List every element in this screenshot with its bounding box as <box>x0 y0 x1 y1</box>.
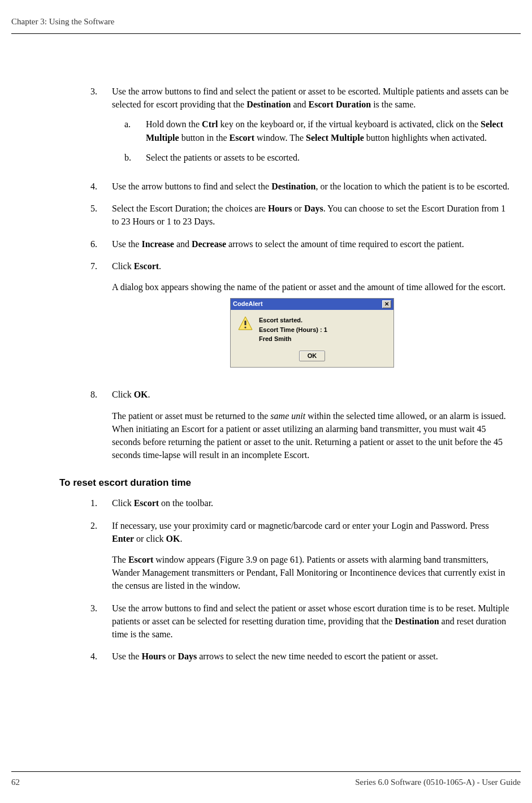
step-number: 8. <box>90 388 112 461</box>
dialog-line2: Escort Time (Hours) : 1 <box>259 325 327 335</box>
step-5: 5. Select the Escort Duration; the choic… <box>90 202 512 228</box>
step-number: 4. <box>90 180 112 193</box>
step-number: 2. <box>90 519 112 593</box>
dialog-message: Escort started. Escort Time (Hours) : 1 … <box>259 316 327 344</box>
text: Use the arrow buttons to find and select… <box>112 87 509 109</box>
step-8: 8. Click OK. The patient or asset must b… <box>90 388 512 461</box>
substep-a: a. Hold down the Ctrl key on the keyboar… <box>112 118 512 144</box>
step-number: 3. <box>90 602 112 641</box>
step-number: 7. <box>90 260 112 379</box>
followup-text: The Escort window appears (Figure 3.9 on… <box>112 553 512 593</box>
step-7: 7. Click Escort. A dialog box appears sh… <box>90 260 512 379</box>
substep-text: Select the patients or assets to be esco… <box>146 151 300 164</box>
step-body: Use the arrow buttons to find and select… <box>112 180 512 193</box>
step-body: Click Escort on the toolbar. <box>112 497 512 510</box>
step-3: 3. Use the arrow buttons to find and sel… <box>90 85 512 171</box>
followup-text: A dialog box appears showing the name of… <box>112 280 512 293</box>
substep-b: b. Select the patients or assets to be e… <box>112 151 512 164</box>
ok-button[interactable]: OK <box>299 351 326 362</box>
step-body: Use the Increase and Decrease arrows to … <box>112 238 512 251</box>
substep-letter: a. <box>124 118 146 144</box>
substep-text: Hold down the Ctrl key on the keyboard o… <box>146 118 512 144</box>
page-content: 3. Use the arrow buttons to find and sel… <box>11 85 521 663</box>
step-body: Click Escort. A dialog box appears showi… <box>112 260 512 379</box>
section-heading: To reset escort duration time <box>59 477 512 489</box>
step-number: 1. <box>90 497 112 510</box>
close-icon[interactable]: ✕ <box>382 300 391 308</box>
reset-step-3: 3. Use the arrow buttons to find and sel… <box>90 602 512 641</box>
substep-letter: b. <box>124 151 146 164</box>
dialog-line3: Fred Smith <box>259 334 327 344</box>
step-body: Use the arrow buttons to find and select… <box>112 602 512 641</box>
dialog-body: Escort started. Escort Time (Hours) : 1 … <box>231 310 393 351</box>
step-4: 4. Use the arrow buttons to find and sel… <box>90 180 512 193</box>
reset-step-4: 4. Use the Hours or Days arrows to selec… <box>90 650 512 663</box>
page-header: Chapter 3: Using the Software <box>11 17 521 34</box>
followup-text: The patient or asset must be returned to… <box>112 409 512 462</box>
doc-title: Series 6.0 Software (0510-1065-A) - User… <box>355 778 521 787</box>
dialog-titlebar: CodeAlert ✕ <box>231 299 393 310</box>
step-number: 5. <box>90 202 112 228</box>
instruction-list: 3. Use the arrow buttons to find and sel… <box>90 85 512 461</box>
codealert-dialog: CodeAlert ✕ Escort started. Escort Time … <box>230 298 394 368</box>
step-body: Select the Escort Duration; the choices … <box>112 202 512 228</box>
dialog-screenshot: CodeAlert ✕ Escort started. Escort Time … <box>112 298 512 368</box>
dialog-button-row: OK <box>231 351 393 368</box>
step-number: 4. <box>90 650 112 663</box>
step-number: 6. <box>90 238 112 251</box>
page-number: 62 <box>11 778 20 787</box>
step-body: Use the arrow buttons to find and select… <box>112 85 512 171</box>
svg-rect-1 <box>245 321 246 325</box>
step-body: Click OK. The patient or asset must be r… <box>112 388 512 461</box>
svg-point-2 <box>244 326 246 328</box>
sub-steps: a. Hold down the Ctrl key on the keyboar… <box>112 118 512 164</box>
step-6: 6. Use the Increase and Decrease arrows … <box>90 238 512 251</box>
dialog-line1: Escort started. <box>259 316 327 325</box>
step-number: 3. <box>90 85 112 171</box>
step-body: Use the Hours or Days arrows to select t… <box>112 650 512 663</box>
page-footer: 62 Series 6.0 Software (0510-1065-A) - U… <box>11 771 521 787</box>
chapter-title: Chapter 3: Using the Software <box>11 17 114 26</box>
dialog-title-text: CodeAlert <box>233 300 263 309</box>
step-body: If necessary, use your proximity card or… <box>112 519 512 593</box>
warning-icon <box>237 316 253 331</box>
reset-list: 1. Click Escort on the toolbar. 2. If ne… <box>90 497 512 663</box>
reset-step-1: 1. Click Escort on the toolbar. <box>90 497 512 510</box>
reset-step-2: 2. If necessary, use your proximity card… <box>90 519 512 593</box>
